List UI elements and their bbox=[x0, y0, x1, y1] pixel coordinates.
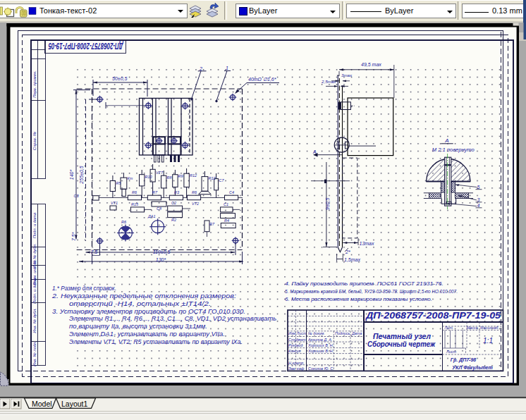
svg-text:Лист: Лист bbox=[446, 350, 456, 354]
svg-text:Инв. № дубл.: Инв. № дубл. bbox=[32, 308, 37, 333]
svg-text:130*: 130* bbox=[156, 257, 166, 262]
svg-text:R7: R7 bbox=[209, 222, 215, 226]
svg-text:50±0,5: 50±0,5 bbox=[112, 76, 127, 81]
svg-text:1,5max: 1,5max bbox=[344, 257, 360, 262]
svg-text:Изм Лист: Изм Лист bbox=[288, 331, 307, 335]
svg-text:C1: C1 bbox=[224, 202, 228, 206]
svg-text:ДП-2068757-2008-ПР7-19-05: ДП-2068757-2008-ПР7-19-05 bbox=[365, 310, 501, 321]
svg-text:Лит.: Лит. bbox=[444, 326, 454, 330]
svg-text:Масса: Масса bbox=[467, 326, 478, 330]
svg-text:R6: R6 bbox=[132, 190, 137, 194]
svg-text:5: 5 bbox=[477, 185, 480, 190]
svg-text:R4: R4 bbox=[224, 218, 229, 223]
svg-text:Соколов Ю. С.: Соколов Ю. С. bbox=[308, 366, 334, 371]
svg-text:40mΩ ∅1,6*: 40mΩ ∅1,6* bbox=[248, 77, 276, 82]
svg-text:R10: R10 bbox=[145, 175, 152, 179]
svg-text:А: А bbox=[312, 149, 317, 154]
svg-text:Элемент DA1- устанавливать по: Элемент DA1- устанавливать по варианту V… bbox=[69, 331, 225, 338]
svg-text:отверстий -Н14, остальных ±IT1: отверстий -Н14, остальных ±IT14/2. bbox=[69, 300, 211, 307]
svg-text:Руковод: Руковод bbox=[288, 343, 303, 347]
svg-text:Печатный узел: Печатный узел bbox=[373, 332, 431, 340]
svg-text:ДА1: ДА1 bbox=[147, 214, 155, 218]
svg-text:Layout1: Layout1 bbox=[61, 399, 88, 407]
svg-text:110±0,5: 110±0,5 bbox=[153, 249, 171, 254]
svg-text:Кт: Кт bbox=[128, 176, 133, 180]
svg-text:R7: R7 bbox=[152, 190, 158, 194]
svg-text:№ докум.: № докум. bbox=[308, 331, 325, 335]
svg-text:2*: 2* bbox=[345, 249, 350, 254]
svg-text:1.* Размер для справок.: 1.* Размер для справок. bbox=[52, 285, 116, 292]
svg-text:R6: R6 bbox=[192, 190, 197, 194]
svg-text:М 2:1 повернуто: М 2:1 повернуто bbox=[432, 147, 475, 153]
svg-text:Перв. примен.: Перв. примен. bbox=[32, 70, 37, 98]
svg-text:Справ. №: Справ. № bbox=[32, 132, 37, 150]
svg-text:13max: 13max bbox=[360, 241, 375, 246]
svg-text:3max: 3max bbox=[341, 73, 353, 78]
svg-text:Подпись: Подпись bbox=[335, 331, 350, 335]
svg-text:C4: C4 bbox=[229, 190, 234, 194]
svg-text:Подп. и дата: Подп. и дата bbox=[32, 278, 37, 304]
svg-text:140*: 140* bbox=[69, 170, 74, 180]
svg-text:Подп. и дата: Подп. и дата bbox=[32, 212, 37, 238]
svg-text:R13: R13 bbox=[209, 176, 216, 180]
svg-text:Хороших В. Н.: Хороших В. Н. bbox=[307, 349, 334, 353]
svg-text:Элементы R1..., R4, R6..., R13: Элементы R1..., R4, R6..., R13, C1..., C… bbox=[69, 315, 277, 322]
svg-text:1: 1 bbox=[226, 66, 228, 70]
svg-text:Масштаб: Масштаб bbox=[480, 326, 499, 330]
svg-text:А: А bbox=[444, 137, 448, 144]
svg-text:2. Неуказанные предельные откл: 2. Неуказанные предельные отклонения раз… bbox=[51, 292, 237, 299]
svg-text:R9: R9 bbox=[178, 174, 183, 178]
svg-text:Консул: Консул bbox=[288, 349, 300, 353]
svg-text:Гр. ДП7-98: Гр. ДП7-98 bbox=[451, 357, 476, 363]
svg-text:по варианту IIа, высота устано: по варианту IIа, высота установки 3±1мм. bbox=[69, 323, 207, 330]
svg-text:Хороших В. Н.: Хороших В. Н. bbox=[307, 343, 334, 347]
svg-text:49,5 max: 49,5 max bbox=[361, 62, 381, 67]
svg-text:VT1: VT1 bbox=[111, 201, 118, 205]
svg-text:2: 2 bbox=[199, 66, 202, 71]
svg-text:Model: Model bbox=[32, 399, 52, 407]
svg-text:УКЛ Факультет: УКЛ Факультет bbox=[452, 365, 492, 371]
svg-text:7,5: 7,5 bbox=[91, 249, 98, 254]
svg-text:Н.контр: Н.контр bbox=[288, 361, 303, 365]
svg-text:7,5*: 7,5* bbox=[71, 232, 76, 241]
svg-text:Зав. каф: Зав. каф bbox=[288, 366, 305, 371]
svg-text:5. Маркировать краской БМ, бел: 5. Маркировать краской БМ, белый, ТУ29-0… bbox=[285, 288, 458, 295]
svg-text:3. Установку элементов произво: 3. Установку элементов производить по ОС… bbox=[52, 308, 245, 315]
svg-text:C7: C7 bbox=[219, 178, 225, 183]
svg-text:9±0,5: 9±0,5 bbox=[325, 197, 330, 210]
svg-text:ДП-2068757-2008-ПР7-19-05: ДП-2068757-2008-ПР7-19-05 bbox=[48, 41, 123, 51]
svg-text:R15: R15 bbox=[131, 202, 139, 206]
svg-text:R5: R5 bbox=[116, 181, 122, 185]
svg-text:2,5max: 2,5max bbox=[321, 79, 336, 84]
svg-text:R6: R6 bbox=[121, 220, 126, 224]
svg-text:C8: C8 bbox=[157, 206, 161, 211]
svg-text:Студент: Студент bbox=[288, 338, 306, 342]
svg-text:R2: R2 bbox=[171, 218, 176, 222]
svg-text:Элементы VT1, VT2; R5 устанавл: Элементы VT1, VT2; R5 устанавливать по в… bbox=[69, 338, 243, 345]
svg-text:4: 4 bbox=[477, 203, 480, 208]
svg-text:Дата: Дата bbox=[351, 331, 362, 335]
svg-text:4. Пайку производить припоем .: 4. Пайку производить припоем .ПОС61 ГОСТ… bbox=[285, 280, 444, 287]
svg-text:R8: R8 bbox=[167, 175, 172, 180]
svg-text:3: 3 bbox=[477, 197, 480, 202]
svg-text:Сборочный чертеж: Сборочный чертеж bbox=[367, 340, 436, 348]
svg-text:VT7: VT7 bbox=[156, 171, 164, 175]
svg-text:C3: C3 bbox=[74, 194, 79, 198]
svg-text:6. Места расположения маркиров: 6. Места расположения маркировки показан… bbox=[285, 296, 432, 302]
svg-text:Архипов Д. А.: Архипов Д. А. bbox=[307, 338, 332, 342]
svg-text:VT2: VT2 bbox=[192, 202, 199, 206]
svg-text:R12: R12 bbox=[190, 173, 197, 178]
svg-text:Инв. № подл.: Инв. № подл. bbox=[32, 341, 37, 366]
svg-text:R3: R3 bbox=[174, 190, 179, 194]
svg-text:1:1: 1:1 bbox=[483, 337, 493, 345]
svg-text:C2: C2 bbox=[171, 201, 176, 205]
svg-text:255±0,5: 255±0,5 bbox=[79, 166, 84, 184]
